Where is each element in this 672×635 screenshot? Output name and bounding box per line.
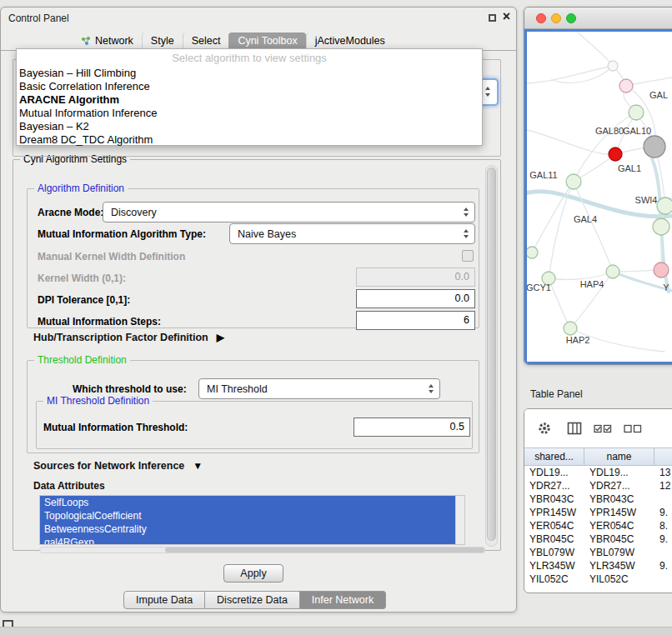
network-node[interactable] xyxy=(629,105,644,120)
cell: YDR27... xyxy=(584,479,654,492)
table-row[interactable]: YBL079WYBL079W xyxy=(524,546,672,559)
network-node[interactable] xyxy=(644,136,665,158)
attribute-item-selfloops[interactable]: SelfLoops xyxy=(40,496,455,509)
hub-definition-label: Hub/Transcription Factor Definition xyxy=(33,332,208,343)
network-tab-icon xyxy=(81,36,91,46)
manual-kernel-width-label: Manual Kernel Width Definition xyxy=(38,251,185,262)
tab-label: jActiveModules xyxy=(315,35,385,47)
table-row[interactable]: YPR145WYPR145W9. xyxy=(524,506,672,519)
dpi-tolerance-field[interactable]: 0.0 xyxy=(356,289,475,308)
attribute-item-gal4rgexp[interactable]: gal4RGexp xyxy=(40,536,455,545)
bottom-panel-edge xyxy=(0,627,672,635)
close-window-icon[interactable]: × xyxy=(503,10,510,23)
tab-jactivemodules[interactable]: jActiveModules xyxy=(306,32,394,50)
minimize-traffic-light[interactable] xyxy=(551,13,561,23)
algorithm-option-bayesian-hill-climbing[interactable]: Bayesian – Hill Climbing xyxy=(17,67,482,80)
algorithm-option-basic-correlation-inference[interactable]: Basic Correlation Inference xyxy=(17,80,482,93)
network-node[interactable] xyxy=(619,79,633,92)
network-node-label: GAL4 xyxy=(574,214,597,224)
cell: 9. xyxy=(654,506,672,519)
network-node-label: GAL80 xyxy=(595,126,624,136)
algorithm-option-aracne-algorithm[interactable]: ARACNE Algorithm xyxy=(17,93,482,107)
algorithm-option-dream8-dc-tdc-algorithm[interactable]: Dream8 DC_TDC Algorithm xyxy=(17,133,482,147)
settings-scrollbar-thumb[interactable] xyxy=(487,168,496,541)
manual-kernel-width-checkbox[interactable] xyxy=(462,250,474,262)
bottom-tab-impute-data[interactable]: Impute Data xyxy=(123,591,205,609)
show-columns-button[interactable] xyxy=(564,419,584,438)
algorithm-definition-group: Algorithm Definition Aracne Mode: Discov… xyxy=(27,188,479,328)
bottom-tab-infer-network[interactable]: Infer Network xyxy=(300,591,386,609)
dpi-tolerance-label: DPI Tolerance [0,1]: xyxy=(38,294,130,306)
mi-algorithm-type-select[interactable]: Naive Bayes xyxy=(229,223,475,244)
network-node[interactable] xyxy=(654,262,669,278)
mi-threshold-definition-title: MI Threshold Definition xyxy=(43,395,153,407)
table-row[interactable]: YER054CYER054C8. xyxy=(524,519,672,532)
table-row[interactable]: YBR043CYBR043C xyxy=(524,492,672,506)
mi-threshold-definition-group: MI Threshold Definition Mutual Informati… xyxy=(36,401,473,449)
tab-select[interactable]: Select xyxy=(183,32,229,50)
sources-expander[interactable]: Sources for Network Inference▼ xyxy=(33,460,203,472)
network-node[interactable] xyxy=(653,218,669,235)
cell: YLR345W xyxy=(584,559,654,572)
cell: YBR043C xyxy=(584,492,654,506)
column-header-name[interactable]: name xyxy=(584,448,654,466)
network-node[interactable] xyxy=(608,61,618,71)
cyni-algorithm-settings-group: Cyni Algorithm Settings Algorithm Defini… xyxy=(13,159,501,551)
attribute-item-betweennesscentrality[interactable]: BetweennessCentrality xyxy=(40,522,455,536)
float-window-icon[interactable] xyxy=(489,14,496,22)
cell: YDL19... xyxy=(584,466,654,479)
network-node[interactable] xyxy=(609,148,622,161)
table-settings-button[interactable] xyxy=(534,419,554,438)
select-all-columns-button[interactable] xyxy=(593,419,613,438)
network-window-titlebar[interactable] xyxy=(524,8,672,29)
bottom-tab-discretize-data[interactable]: Discretize Data xyxy=(205,591,300,609)
column-header-shared[interactable]: shared... xyxy=(524,448,584,466)
column-header-item[interactable] xyxy=(654,448,672,466)
algorithm-placeholder-option[interactable]: Select algorithm to view settings xyxy=(17,51,482,67)
network-node[interactable] xyxy=(564,322,577,335)
mi-threshold-field[interactable]: 0.5 xyxy=(354,418,470,437)
network-canvas[interactable]: GALGAL80GAL10GAL1GAL11SWI4GAL4HAP4GCY1YH… xyxy=(527,32,672,363)
network-node[interactable] xyxy=(657,198,672,214)
network-node[interactable] xyxy=(566,174,581,189)
settings-scrollbar[interactable] xyxy=(485,165,498,547)
which-threshold-value: MI Threshold xyxy=(207,383,268,395)
unchecked-boxes-icon xyxy=(624,424,642,433)
tab-cyni-toolbox[interactable]: Cyni Toolbox xyxy=(228,32,305,50)
mi-steps-field[interactable]: 6 xyxy=(356,311,475,330)
kernel-width-field[interactable]: 0.0 xyxy=(356,268,475,287)
horizontal-scrollbar-thumb[interactable] xyxy=(165,548,484,552)
attribute-list-scrollbar[interactable] xyxy=(455,496,464,544)
cell: YBL079W xyxy=(584,546,654,559)
horizontal-scrollbar[interactable] xyxy=(39,547,485,553)
apply-button[interactable]: Apply xyxy=(223,564,283,582)
which-threshold-label: Which threshold to use: xyxy=(73,383,187,395)
table-row[interactable]: YIL052CYIL052C xyxy=(524,572,672,586)
table-row[interactable]: YLR345WYLR345W9. xyxy=(524,559,672,572)
algorithm-option-mutual-information-inference[interactable]: Mutual Information Inference xyxy=(17,107,482,120)
table-row[interactable]: YDL19...YDL19...13 xyxy=(524,466,672,479)
network-node[interactable] xyxy=(527,247,538,258)
which-threshold-select[interactable]: MI Threshold xyxy=(198,378,440,399)
cell: YPR145W xyxy=(584,506,654,519)
close-traffic-light[interactable] xyxy=(536,13,546,23)
network-node-label: GCY1 xyxy=(527,282,551,292)
network-edge xyxy=(549,278,570,328)
cell: YDL19... xyxy=(524,466,584,479)
table-row[interactable]: YBR045CYBR045C9. xyxy=(524,532,672,546)
control-panel-window: Control Panel × NetworkStyleSelectCyni T… xyxy=(0,7,517,612)
hub-definition-expander[interactable]: Hub/Transcription Factor Definition▶ xyxy=(33,332,224,343)
data-attributes-label: Data Attributes xyxy=(33,480,105,492)
deselect-all-columns-button[interactable] xyxy=(623,419,643,438)
zoom-traffic-light[interactable] xyxy=(566,13,576,23)
table-row[interactable]: YDR27...YDR27...12 xyxy=(524,479,672,492)
cell: YBR043C xyxy=(524,492,584,506)
cell xyxy=(654,546,672,559)
algorithm-option-bayesian-k2[interactable]: Bayesian – K2 xyxy=(17,120,482,133)
network-node[interactable] xyxy=(606,265,619,278)
tab-network[interactable]: Network xyxy=(73,32,142,50)
table-body: YDL19...YDL19...13YDR27...YDR27...12YBR0… xyxy=(524,466,672,592)
tab-style[interactable]: Style xyxy=(142,32,183,50)
attribute-item-topologicalcoefficient[interactable]: TopologicalCoefficient xyxy=(40,509,455,522)
aracne-mode-select[interactable]: Discovery xyxy=(103,202,475,222)
